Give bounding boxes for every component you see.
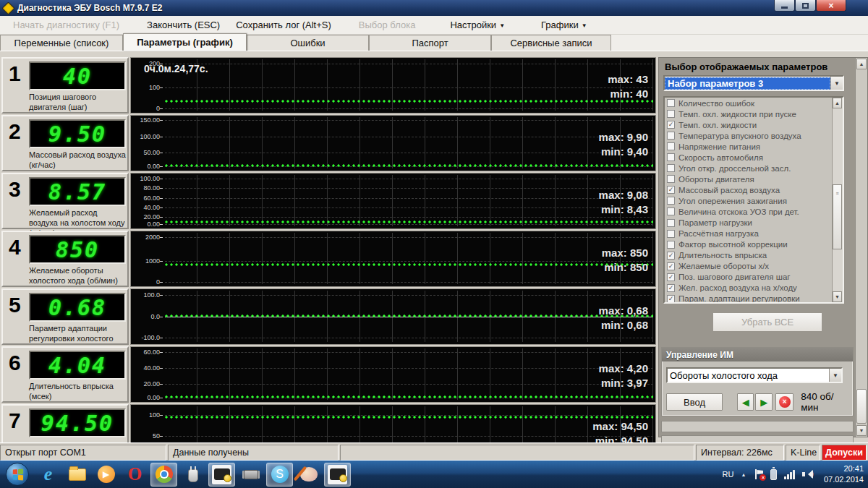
volume-icon[interactable]: ) bbox=[802, 469, 814, 479]
checkbox-checked-icon[interactable]: ✓ bbox=[667, 121, 675, 129]
checkbox-unchecked-icon[interactable] bbox=[667, 207, 675, 215]
minimize-button[interactable] bbox=[774, 0, 795, 12]
clock[interactable]: 20:41 07.02.2014 bbox=[824, 463, 864, 486]
clear-all-button[interactable]: Убрать ВСЕ bbox=[712, 312, 822, 332]
preset-combobox[interactable]: Набор параметров 3 ▼ bbox=[663, 75, 844, 91]
tab-переменные-список-[interactable]: Переменные (список) bbox=[0, 35, 123, 51]
status-alert-badge[interactable]: Допуски bbox=[822, 445, 867, 461]
chevron-down-icon[interactable]: ▼ bbox=[829, 369, 841, 382]
parameter-checklist: Количество ошибокТемп. охл. жидкости при… bbox=[663, 96, 844, 304]
checklist-item[interactable]: Параметр нагрузки bbox=[665, 218, 843, 228]
tab-сервисные-записи[interactable]: Сервисные записи bbox=[491, 35, 611, 51]
checkbox-unchecked-icon[interactable] bbox=[667, 99, 675, 107]
checklist-item[interactable]: Угол опережения зажигания bbox=[665, 195, 843, 206]
checkbox-unchecked-icon[interactable] bbox=[667, 142, 675, 150]
checklist-item[interactable]: Темп. охл. жидкости при пуске bbox=[665, 108, 843, 119]
decrease-button[interactable]: ◀ bbox=[737, 393, 754, 411]
checklist-item[interactable]: Угол откр. дроссельной засл. bbox=[665, 163, 843, 174]
axis-tick-mark bbox=[160, 295, 163, 296]
axis-tick-mark bbox=[160, 108, 163, 109]
checkbox-checked-icon[interactable]: ✓ bbox=[667, 284, 675, 292]
scroll-down-icon[interactable]: ▼ bbox=[833, 291, 842, 302]
checkbox-checked-icon[interactable]: ✓ bbox=[667, 252, 675, 260]
panel-scrollbar[interactable]: ▲ ▼ bbox=[855, 58, 867, 437]
stop-button[interactable]: × bbox=[775, 393, 793, 411]
taskbar-item-media-player[interactable]: ▶ bbox=[93, 463, 119, 487]
checkbox-unchecked-icon[interactable] bbox=[667, 153, 675, 161]
checklist-item[interactable]: Скорость автомобиля bbox=[665, 152, 843, 163]
checkbox-unchecked-icon[interactable] bbox=[667, 175, 675, 183]
menu-item[interactable]: Закончить (ESC) bbox=[147, 20, 220, 30]
taskbar-item-windows-explorer[interactable] bbox=[64, 463, 90, 487]
checkbox-unchecked-icon[interactable] bbox=[667, 164, 675, 172]
taskbar-item-internet-explorer[interactable]: e bbox=[35, 463, 61, 487]
checklist-item[interactable]: ✓Желаемые обороты х/х bbox=[665, 261, 843, 272]
hidden-icons-arrow-icon[interactable]: ▲ bbox=[741, 472, 746, 477]
menu-item[interactable]: Графики▼ bbox=[541, 20, 587, 30]
checkbox-unchecked-icon[interactable] bbox=[667, 110, 675, 118]
checklist-scrollbar[interactable]: ▲≡▼ bbox=[832, 98, 843, 302]
menu-item[interactable]: Сохранить лог (Alt+S) bbox=[236, 20, 331, 30]
checklist-item[interactable]: ✓Парам. адаптации регулировки bbox=[665, 294, 843, 304]
checklist-item[interactable]: Количество ошибок bbox=[665, 98, 843, 108]
scroll-up-icon[interactable]: ▲ bbox=[856, 59, 867, 69]
network-signal-icon[interactable] bbox=[784, 470, 795, 479]
restore-button[interactable] bbox=[795, 0, 816, 12]
taskbar-item-chip[interactable] bbox=[237, 463, 264, 487]
max-value: max: 0,68 bbox=[599, 304, 648, 318]
actuator-combobox[interactable]: Обороты холостого хода ▼ bbox=[666, 367, 843, 383]
tab-параметры-график-[interactable]: Параметры (график) bbox=[123, 33, 247, 51]
checklist-item[interactable]: Напряжение питания bbox=[665, 141, 843, 152]
chevron-down-icon[interactable]: ▼ bbox=[830, 77, 843, 90]
taskbar-item-diagnostic-app[interactable] bbox=[208, 463, 235, 487]
led-value: 40 bbox=[63, 64, 92, 89]
checkbox-unchecked-icon[interactable] bbox=[667, 132, 675, 140]
tab-ошибки[interactable]: Ошибки bbox=[247, 35, 369, 51]
checkbox-checked-icon[interactable]: ✓ bbox=[667, 295, 675, 303]
axis-tick-label: 40.00 bbox=[143, 204, 160, 211]
checkbox-checked-icon[interactable]: ✓ bbox=[667, 273, 675, 281]
checklist-item-label: Жел. расход воздуха на х/ходу bbox=[678, 283, 797, 292]
scrollbar-thumb[interactable]: ≡ bbox=[833, 184, 842, 249]
language-indicator[interactable]: RU bbox=[723, 470, 734, 479]
taskbar-item-kline-plug[interactable] bbox=[179, 463, 206, 487]
scroll-down-icon[interactable]: ▼ bbox=[856, 425, 867, 436]
checklist-item[interactable]: Величина отскока УОЗ при дет. bbox=[665, 206, 843, 217]
axis-tick-mark bbox=[160, 237, 163, 238]
tab-паспорт[interactable]: Паспорт bbox=[369, 35, 491, 51]
battery-icon[interactable] bbox=[770, 469, 777, 480]
start-button[interactable] bbox=[6, 463, 29, 486]
checkbox-checked-icon[interactable]: ✓ bbox=[667, 186, 675, 194]
checklist-item[interactable]: ✓Длительность впрыска bbox=[665, 250, 843, 261]
checklist-item[interactable]: Температура впускного воздуха bbox=[665, 130, 843, 141]
scrollbar-thumb[interactable] bbox=[856, 389, 867, 424]
checkbox-unchecked-icon[interactable] bbox=[667, 230, 675, 238]
checkbox-unchecked-icon[interactable] bbox=[667, 219, 675, 227]
checklist-item[interactable]: ✓Темп. охл. жидкости bbox=[665, 119, 843, 130]
taskbar-item-skype[interactable]: S bbox=[266, 463, 293, 487]
taskbar-item-opera[interactable]: O bbox=[122, 463, 148, 487]
enter-button[interactable]: Ввод bbox=[666, 393, 723, 411]
parameter-card: 794.50 bbox=[1, 404, 129, 442]
checkbox-unchecked-icon[interactable] bbox=[667, 241, 675, 249]
action-center-flag-icon[interactable]: × bbox=[754, 469, 763, 479]
checklist-item[interactable]: ✓Поз. шагового двигателя шаг bbox=[665, 272, 843, 283]
checklist-item[interactable]: Рассчётная нагрузка bbox=[665, 228, 843, 239]
taskbar-item-paint[interactable] bbox=[295, 463, 322, 487]
checklist-item[interactable]: Фактор высотной коррекции bbox=[665, 239, 843, 250]
taskbar-item-chrome[interactable] bbox=[150, 463, 177, 487]
checklist-item-label: Длительность впрыска bbox=[678, 251, 767, 260]
close-button[interactable]: × bbox=[816, 0, 846, 12]
taskbar-item-diagnostic-app-2[interactable] bbox=[324, 463, 351, 487]
axis-tick-label: 60.00 bbox=[143, 348, 160, 356]
checkbox-unchecked-icon[interactable] bbox=[667, 197, 675, 205]
gridline bbox=[165, 188, 653, 189]
checklist-item[interactable]: ✓Жел. расход воздуха на х/ходу bbox=[665, 283, 843, 294]
checklist-item[interactable]: ✓Массовый расход воздуха bbox=[665, 184, 843, 195]
checklist-item[interactable]: Обороты двигателя bbox=[665, 174, 843, 184]
scroll-up-icon[interactable]: ▲ bbox=[833, 98, 842, 108]
menu-item[interactable]: Настройки▼ bbox=[450, 20, 505, 30]
axis-tick-label: 50.00 bbox=[143, 149, 160, 156]
increase-button[interactable]: ▶ bbox=[755, 393, 772, 411]
checkbox-checked-icon[interactable]: ✓ bbox=[667, 262, 675, 270]
